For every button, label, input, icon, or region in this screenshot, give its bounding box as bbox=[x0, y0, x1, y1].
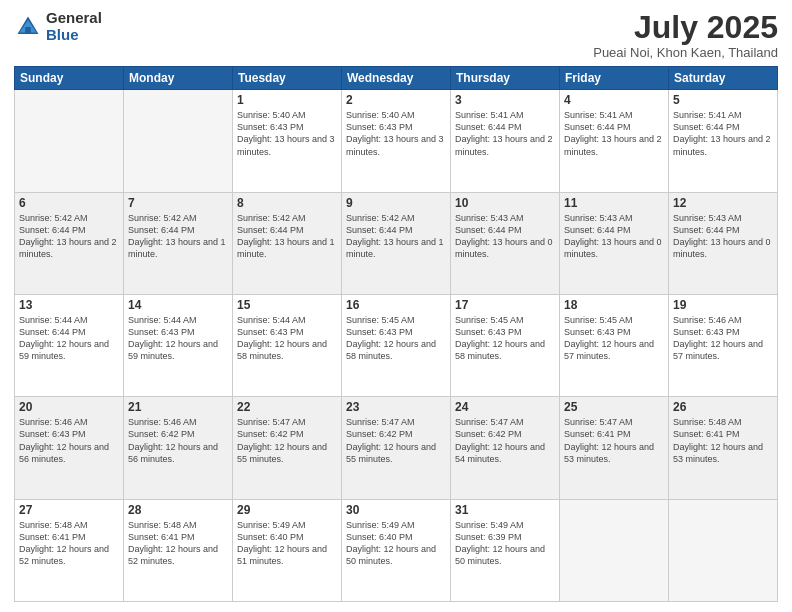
calendar-week-row: 20Sunrise: 5:46 AM Sunset: 6:43 PM Dayli… bbox=[15, 397, 778, 499]
table-row: 22Sunrise: 5:47 AM Sunset: 6:42 PM Dayli… bbox=[233, 397, 342, 499]
day-info: Sunrise: 5:45 AM Sunset: 6:43 PM Dayligh… bbox=[564, 314, 664, 363]
table-row bbox=[15, 90, 124, 192]
day-number: 1 bbox=[237, 93, 337, 107]
day-number: 31 bbox=[455, 503, 555, 517]
day-info: Sunrise: 5:49 AM Sunset: 6:40 PM Dayligh… bbox=[346, 519, 446, 568]
day-info: Sunrise: 5:49 AM Sunset: 6:39 PM Dayligh… bbox=[455, 519, 555, 568]
logo: General Blue bbox=[14, 10, 102, 43]
header: General Blue July 2025 Pueai Noi, Khon K… bbox=[14, 10, 778, 60]
table-row: 31Sunrise: 5:49 AM Sunset: 6:39 PM Dayli… bbox=[451, 499, 560, 601]
table-row: 9Sunrise: 5:42 AM Sunset: 6:44 PM Daylig… bbox=[342, 192, 451, 294]
table-row bbox=[669, 499, 778, 601]
day-info: Sunrise: 5:47 AM Sunset: 6:42 PM Dayligh… bbox=[455, 416, 555, 465]
page: General Blue July 2025 Pueai Noi, Khon K… bbox=[0, 0, 792, 612]
table-row: 12Sunrise: 5:43 AM Sunset: 6:44 PM Dayli… bbox=[669, 192, 778, 294]
day-number: 7 bbox=[128, 196, 228, 210]
calendar-week-row: 13Sunrise: 5:44 AM Sunset: 6:44 PM Dayli… bbox=[15, 294, 778, 396]
table-row: 4Sunrise: 5:41 AM Sunset: 6:44 PM Daylig… bbox=[560, 90, 669, 192]
day-number: 6 bbox=[19, 196, 119, 210]
table-row: 14Sunrise: 5:44 AM Sunset: 6:43 PM Dayli… bbox=[124, 294, 233, 396]
col-thursday: Thursday bbox=[451, 67, 560, 90]
table-row bbox=[124, 90, 233, 192]
table-row bbox=[560, 499, 669, 601]
day-info: Sunrise: 5:45 AM Sunset: 6:43 PM Dayligh… bbox=[455, 314, 555, 363]
month-title: July 2025 bbox=[593, 10, 778, 45]
table-row: 19Sunrise: 5:46 AM Sunset: 6:43 PM Dayli… bbox=[669, 294, 778, 396]
day-number: 25 bbox=[564, 400, 664, 414]
day-info: Sunrise: 5:47 AM Sunset: 6:42 PM Dayligh… bbox=[237, 416, 337, 465]
day-info: Sunrise: 5:46 AM Sunset: 6:43 PM Dayligh… bbox=[19, 416, 119, 465]
table-row: 15Sunrise: 5:44 AM Sunset: 6:43 PM Dayli… bbox=[233, 294, 342, 396]
day-info: Sunrise: 5:42 AM Sunset: 6:44 PM Dayligh… bbox=[128, 212, 228, 261]
table-row: 2Sunrise: 5:40 AM Sunset: 6:43 PM Daylig… bbox=[342, 90, 451, 192]
day-info: Sunrise: 5:47 AM Sunset: 6:42 PM Dayligh… bbox=[346, 416, 446, 465]
day-info: Sunrise: 5:49 AM Sunset: 6:40 PM Dayligh… bbox=[237, 519, 337, 568]
day-info: Sunrise: 5:40 AM Sunset: 6:43 PM Dayligh… bbox=[346, 109, 446, 158]
day-info: Sunrise: 5:41 AM Sunset: 6:44 PM Dayligh… bbox=[564, 109, 664, 158]
day-info: Sunrise: 5:48 AM Sunset: 6:41 PM Dayligh… bbox=[19, 519, 119, 568]
day-info: Sunrise: 5:42 AM Sunset: 6:44 PM Dayligh… bbox=[19, 212, 119, 261]
day-number: 9 bbox=[346, 196, 446, 210]
day-number: 26 bbox=[673, 400, 773, 414]
day-info: Sunrise: 5:46 AM Sunset: 6:43 PM Dayligh… bbox=[673, 314, 773, 363]
day-number: 23 bbox=[346, 400, 446, 414]
day-number: 29 bbox=[237, 503, 337, 517]
calendar-week-row: 27Sunrise: 5:48 AM Sunset: 6:41 PM Dayli… bbox=[15, 499, 778, 601]
logo-general: General bbox=[46, 9, 102, 26]
calendar-table: Sunday Monday Tuesday Wednesday Thursday… bbox=[14, 66, 778, 602]
calendar-week-row: 6Sunrise: 5:42 AM Sunset: 6:44 PM Daylig… bbox=[15, 192, 778, 294]
day-number: 4 bbox=[564, 93, 664, 107]
table-row: 20Sunrise: 5:46 AM Sunset: 6:43 PM Dayli… bbox=[15, 397, 124, 499]
location-subtitle: Pueai Noi, Khon Kaen, Thailand bbox=[593, 45, 778, 60]
table-row: 1Sunrise: 5:40 AM Sunset: 6:43 PM Daylig… bbox=[233, 90, 342, 192]
table-row: 24Sunrise: 5:47 AM Sunset: 6:42 PM Dayli… bbox=[451, 397, 560, 499]
table-row: 28Sunrise: 5:48 AM Sunset: 6:41 PM Dayli… bbox=[124, 499, 233, 601]
col-saturday: Saturday bbox=[669, 67, 778, 90]
calendar-week-row: 1Sunrise: 5:40 AM Sunset: 6:43 PM Daylig… bbox=[15, 90, 778, 192]
table-row: 6Sunrise: 5:42 AM Sunset: 6:44 PM Daylig… bbox=[15, 192, 124, 294]
table-row: 10Sunrise: 5:43 AM Sunset: 6:44 PM Dayli… bbox=[451, 192, 560, 294]
day-number: 14 bbox=[128, 298, 228, 312]
logo-blue: Blue bbox=[46, 26, 79, 43]
day-info: Sunrise: 5:43 AM Sunset: 6:44 PM Dayligh… bbox=[455, 212, 555, 261]
day-number: 18 bbox=[564, 298, 664, 312]
day-info: Sunrise: 5:48 AM Sunset: 6:41 PM Dayligh… bbox=[673, 416, 773, 465]
day-info: Sunrise: 5:48 AM Sunset: 6:41 PM Dayligh… bbox=[128, 519, 228, 568]
day-number: 20 bbox=[19, 400, 119, 414]
table-row: 3Sunrise: 5:41 AM Sunset: 6:44 PM Daylig… bbox=[451, 90, 560, 192]
table-row: 11Sunrise: 5:43 AM Sunset: 6:44 PM Dayli… bbox=[560, 192, 669, 294]
table-row: 26Sunrise: 5:48 AM Sunset: 6:41 PM Dayli… bbox=[669, 397, 778, 499]
table-row: 27Sunrise: 5:48 AM Sunset: 6:41 PM Dayli… bbox=[15, 499, 124, 601]
day-number: 16 bbox=[346, 298, 446, 312]
day-number: 12 bbox=[673, 196, 773, 210]
day-info: Sunrise: 5:41 AM Sunset: 6:44 PM Dayligh… bbox=[455, 109, 555, 158]
day-number: 22 bbox=[237, 400, 337, 414]
day-number: 17 bbox=[455, 298, 555, 312]
table-row: 25Sunrise: 5:47 AM Sunset: 6:41 PM Dayli… bbox=[560, 397, 669, 499]
day-info: Sunrise: 5:45 AM Sunset: 6:43 PM Dayligh… bbox=[346, 314, 446, 363]
day-info: Sunrise: 5:42 AM Sunset: 6:44 PM Dayligh… bbox=[237, 212, 337, 261]
day-number: 2 bbox=[346, 93, 446, 107]
day-info: Sunrise: 5:44 AM Sunset: 6:43 PM Dayligh… bbox=[128, 314, 228, 363]
day-info: Sunrise: 5:42 AM Sunset: 6:44 PM Dayligh… bbox=[346, 212, 446, 261]
logo-text: General Blue bbox=[46, 10, 102, 43]
day-number: 10 bbox=[455, 196, 555, 210]
table-row: 17Sunrise: 5:45 AM Sunset: 6:43 PM Dayli… bbox=[451, 294, 560, 396]
calendar-header-row: Sunday Monday Tuesday Wednesday Thursday… bbox=[15, 67, 778, 90]
col-wednesday: Wednesday bbox=[342, 67, 451, 90]
table-row: 21Sunrise: 5:46 AM Sunset: 6:42 PM Dayli… bbox=[124, 397, 233, 499]
table-row: 5Sunrise: 5:41 AM Sunset: 6:44 PM Daylig… bbox=[669, 90, 778, 192]
day-info: Sunrise: 5:43 AM Sunset: 6:44 PM Dayligh… bbox=[564, 212, 664, 261]
day-number: 28 bbox=[128, 503, 228, 517]
svg-rect-2 bbox=[25, 27, 31, 34]
table-row: 30Sunrise: 5:49 AM Sunset: 6:40 PM Dayli… bbox=[342, 499, 451, 601]
logo-icon bbox=[14, 13, 42, 41]
day-number: 15 bbox=[237, 298, 337, 312]
day-number: 19 bbox=[673, 298, 773, 312]
table-row: 13Sunrise: 5:44 AM Sunset: 6:44 PM Dayli… bbox=[15, 294, 124, 396]
col-sunday: Sunday bbox=[15, 67, 124, 90]
table-row: 29Sunrise: 5:49 AM Sunset: 6:40 PM Dayli… bbox=[233, 499, 342, 601]
day-number: 24 bbox=[455, 400, 555, 414]
day-info: Sunrise: 5:41 AM Sunset: 6:44 PM Dayligh… bbox=[673, 109, 773, 158]
day-info: Sunrise: 5:44 AM Sunset: 6:44 PM Dayligh… bbox=[19, 314, 119, 363]
